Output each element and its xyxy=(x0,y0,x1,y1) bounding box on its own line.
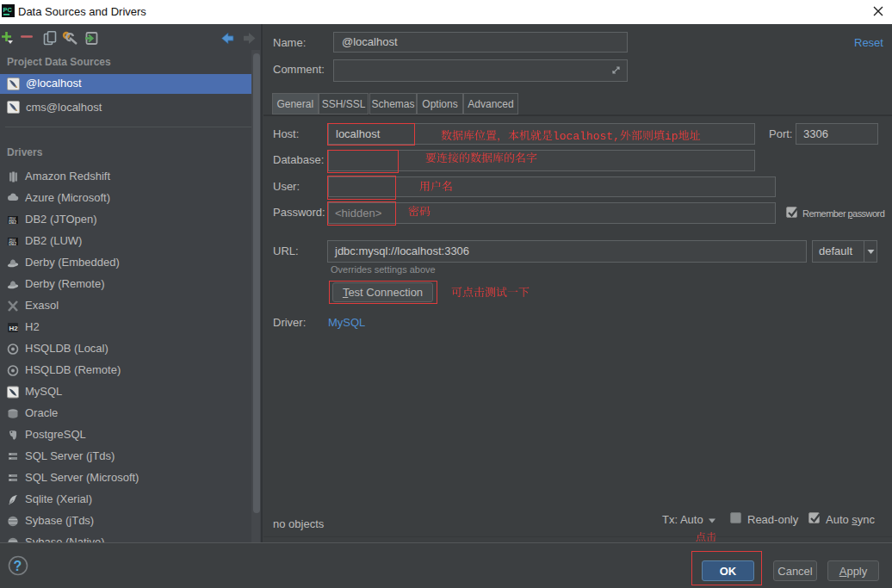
svg-text:?: ? xyxy=(14,559,22,573)
svg-text:H2: H2 xyxy=(9,325,18,332)
svg-text:PC: PC xyxy=(3,6,13,14)
svg-text:DB2: DB2 xyxy=(9,220,16,224)
svg-text:DB2: DB2 xyxy=(9,241,16,245)
